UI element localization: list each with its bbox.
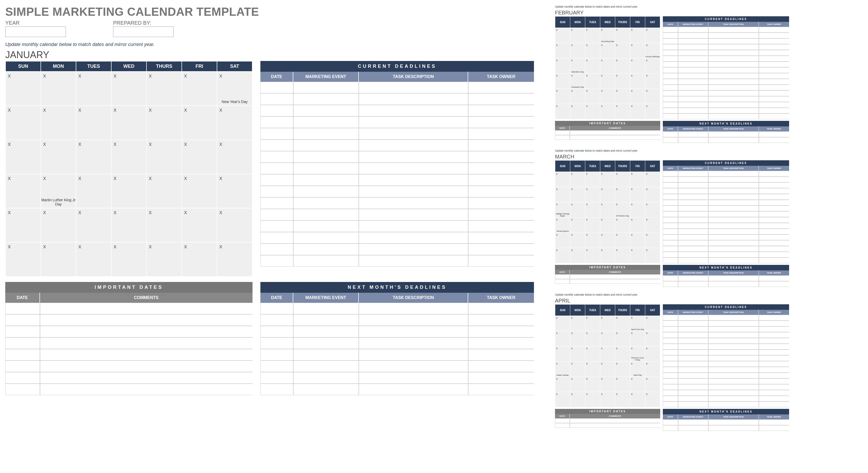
calendar-cell[interactable]: X <box>615 362 630 377</box>
cell[interactable] <box>759 425 789 431</box>
cell[interactable] <box>555 279 570 284</box>
table-row[interactable] <box>663 419 789 425</box>
calendar-cell[interactable]: X <box>615 217 630 233</box>
cell[interactable] <box>759 367 789 373</box>
cell[interactable] <box>293 163 359 174</box>
cell[interactable] <box>359 372 468 384</box>
cell[interactable] <box>468 209 534 221</box>
cell[interactable] <box>663 85 678 91</box>
calendar-cell[interactable]: X <box>645 377 660 392</box>
cell[interactable] <box>293 337 359 349</box>
cell[interactable] <box>678 390 708 396</box>
cell[interactable] <box>708 27 759 33</box>
cell[interactable] <box>708 108 759 113</box>
cell[interactable] <box>663 113 678 119</box>
cell[interactable] <box>678 402 708 407</box>
calendar-cell[interactable]: X <box>615 187 630 202</box>
cell[interactable] <box>678 367 708 373</box>
cell[interactable] <box>468 244 534 255</box>
calendar-cell[interactable]: X <box>570 316 585 331</box>
calendar-cell[interactable]: X <box>615 89 630 104</box>
cell[interactable] <box>359 209 468 221</box>
cell[interactable] <box>5 337 40 349</box>
calendar-cell[interactable]: X <box>76 140 111 174</box>
table-row[interactable] <box>663 200 789 205</box>
table-row[interactable] <box>260 372 534 384</box>
table-row[interactable] <box>663 182 789 188</box>
cell[interactable] <box>708 240 759 246</box>
calendar-cell[interactable]: X <box>570 172 585 187</box>
calendar-cell[interactable]: X <box>41 208 76 242</box>
cell[interactable] <box>759 50 789 56</box>
calendar-cell[interactable]: X <box>615 346 630 362</box>
cell[interactable] <box>663 56 678 62</box>
calendar-cell[interactable]: X <box>630 392 645 407</box>
calendar-cell[interactable]: X <box>600 346 615 362</box>
table-row[interactable] <box>663 91 789 96</box>
cell[interactable] <box>708 211 759 217</box>
table-row[interactable] <box>663 96 789 102</box>
cell[interactable] <box>678 281 708 287</box>
calendar-cell[interactable]: XValentine's Day <box>570 58 585 74</box>
cell[interactable] <box>759 91 789 96</box>
cell[interactable] <box>293 361 359 372</box>
cell[interactable] <box>468 255 534 267</box>
calendar-cell[interactable]: X <box>570 331 585 346</box>
cell[interactable] <box>708 137 759 143</box>
calendar-cell[interactable]: X <box>600 74 615 89</box>
cell[interactable] <box>40 303 252 314</box>
calendar-cell[interactable]: X <box>645 362 660 377</box>
cell[interactable] <box>293 151 359 163</box>
cell[interactable] <box>678 194 708 200</box>
cell[interactable] <box>678 252 708 258</box>
cell[interactable] <box>708 396 759 402</box>
table-row[interactable] <box>555 423 660 428</box>
calendar-cell[interactable]: XMartin Luther King Jr Day <box>41 174 76 208</box>
cell[interactable] <box>759 205 789 211</box>
calendar-cell[interactable]: X <box>615 316 630 331</box>
calendar-cell[interactable]: X <box>615 172 630 187</box>
cell[interactable] <box>708 229 759 234</box>
calendar-cell[interactable]: XEarth Day <box>630 362 645 377</box>
cell[interactable] <box>293 221 359 232</box>
cell[interactable] <box>708 79 759 85</box>
cell[interactable] <box>468 361 534 372</box>
calendar-cell[interactable]: X <box>600 104 615 119</box>
cell[interactable] <box>708 275 759 281</box>
calendar-cell[interactable]: X <box>600 362 615 377</box>
cell[interactable] <box>260 221 293 232</box>
cell[interactable] <box>570 135 660 140</box>
cell[interactable] <box>663 344 678 349</box>
cell[interactable] <box>708 234 759 240</box>
cell[interactable] <box>293 139 359 151</box>
cell[interactable] <box>40 361 252 372</box>
table-row[interactable] <box>663 240 789 246</box>
cell[interactable] <box>759 402 789 407</box>
cell[interactable] <box>468 337 534 349</box>
cell[interactable] <box>468 232 534 244</box>
cell[interactable] <box>759 223 789 229</box>
cell[interactable] <box>663 188 678 194</box>
cell[interactable] <box>663 349 678 355</box>
cell[interactable] <box>40 314 252 326</box>
cell[interactable] <box>708 390 759 396</box>
calendar-cell[interactable]: X <box>645 187 660 202</box>
calendar-cell[interactable]: X <box>217 106 252 140</box>
cell[interactable] <box>293 244 359 255</box>
calendar-cell[interactable]: X <box>645 28 660 43</box>
calendar-cell[interactable]: X <box>570 217 585 233</box>
cell[interactable] <box>468 116 534 128</box>
calendar-cell[interactable]: X <box>630 248 645 263</box>
calendar-cell[interactable]: X <box>645 172 660 187</box>
cell[interactable] <box>708 113 759 119</box>
cell[interactable] <box>468 139 534 151</box>
table-row[interactable] <box>663 355 789 361</box>
calendar-cell[interactable]: X <box>570 104 585 119</box>
cell[interactable] <box>260 303 293 314</box>
calendar-cell[interactable]: XPresident's Day <box>570 74 585 89</box>
cell[interactable] <box>678 344 708 349</box>
cell[interactable] <box>359 303 468 314</box>
table-row[interactable] <box>663 361 789 367</box>
cell[interactable] <box>708 425 759 431</box>
cell[interactable] <box>708 315 759 320</box>
